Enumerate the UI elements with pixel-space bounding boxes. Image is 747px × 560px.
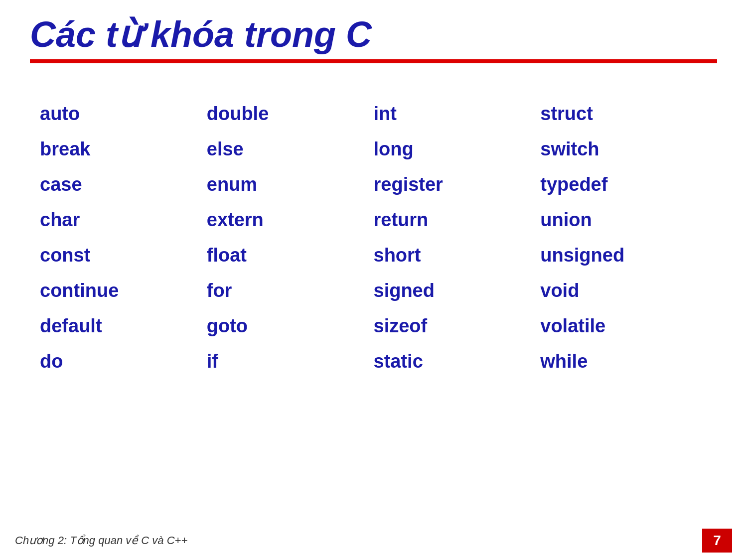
keyword-item: register (374, 174, 541, 195)
header: Các từ khóa trong C (0, 0, 747, 63)
keyword-item: if (207, 351, 374, 372)
keyword-item: union (540, 209, 707, 231)
keyword-item: sizeof (374, 315, 541, 337)
keyword-item: do (40, 351, 207, 372)
keyword-item: break (40, 139, 207, 160)
keyword-item: switch (540, 139, 707, 160)
keyword-item: extern (207, 209, 374, 231)
footer-text: Chương 2: Tổng quan về C và C++ (15, 534, 187, 547)
keyword-item: default (40, 315, 207, 337)
keyword-item: short (374, 245, 541, 266)
keyword-item: void (540, 280, 707, 301)
keyword-item: char (40, 209, 207, 231)
slide: Các từ khóa trong C autobreakcasecharcon… (0, 0, 747, 560)
keyword-column-4: structswitchtypedefunionunsignedvoidvola… (540, 103, 707, 372)
keyword-column-3: intlongregisterreturnshortsignedsizeofst… (374, 103, 541, 372)
keyword-item: long (374, 139, 541, 160)
keyword-item: double (207, 103, 374, 125)
keyword-item: volatile (540, 315, 707, 337)
slide-title: Các từ khóa trong C (30, 15, 717, 54)
keyword-item: auto (40, 103, 207, 125)
keyword-item: enum (207, 174, 374, 195)
keyword-item: case (40, 174, 207, 195)
keyword-item: while (540, 351, 707, 372)
page-number: 7 (702, 529, 732, 553)
keyword-item: typedef (540, 174, 707, 195)
keyword-item: signed (374, 280, 541, 301)
footer: Chương 2: Tổng quan về C và C++ 7 (0, 521, 747, 560)
keyword-column-1: autobreakcasecharconstcontinuedefaultdo (40, 103, 207, 372)
keyword-item: return (374, 209, 541, 231)
title-underline (30, 59, 717, 63)
keyword-item: else (207, 139, 374, 160)
keyword-item: int (374, 103, 541, 125)
keyword-column-2: doubleelseenumexternfloatforgotoif (207, 103, 374, 372)
keywords-grid: autobreakcasecharconstcontinuedefaultdo … (0, 63, 747, 372)
keyword-item: unsigned (540, 245, 707, 266)
keyword-item: for (207, 280, 374, 301)
keyword-item: continue (40, 280, 207, 301)
keyword-item: float (207, 245, 374, 266)
keyword-item: struct (540, 103, 707, 125)
keyword-item: goto (207, 315, 374, 337)
keyword-item: const (40, 245, 207, 266)
keyword-item: static (374, 351, 541, 372)
